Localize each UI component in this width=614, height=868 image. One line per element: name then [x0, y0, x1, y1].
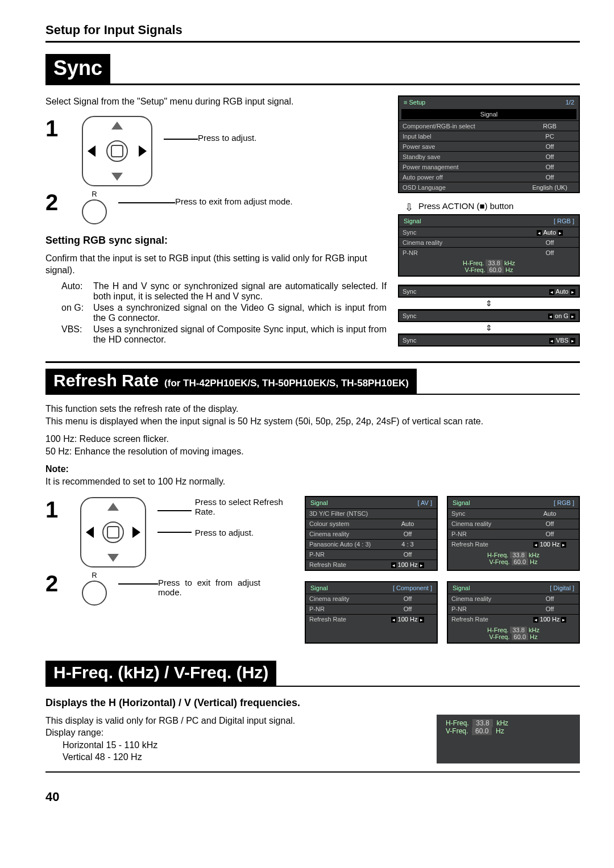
osd-row: Cinema realityOff: [306, 529, 437, 539]
def-val: Uses a synchronized signal on the Video …: [93, 303, 387, 323]
sync-state-row: Sync◂ VBS ▸: [398, 333, 580, 347]
osd-row: Refresh Rate◂ 100 Hz ▸: [448, 539, 579, 549]
osd-row: Refresh Rate◂ 100 Hz ▸: [306, 614, 437, 624]
sync-title: Sync: [45, 54, 110, 85]
osd-component: Signal[ Component ] Cinema realityOff P-…: [305, 581, 438, 644]
hfreq-title: H-Freq. (kHz) / V-Freq. (Hz): [45, 661, 276, 687]
osd-row: Power managementOff: [399, 162, 579, 172]
osd-row: Standby saveOff: [399, 152, 579, 162]
page-number: 40: [45, 790, 580, 804]
osd-row: Cinema realityOff: [399, 237, 579, 248]
setup-osd-panel: ≡ Setup1/2 Signal Component/RGB-in selec…: [398, 95, 580, 193]
hfreq-sub: Displays the H (Horizontal) / V (Vertica…: [45, 697, 580, 709]
def-val: The H and V sync or synchronized signal …: [93, 281, 387, 302]
signal-osd-panel: Signal[ RGB ] Sync◂ Auto ▸ Cinema realit…: [398, 214, 580, 277]
refresh-step2-caption: Press to exit from adjust mode.: [158, 571, 260, 597]
refresh-title-small: (for TH-42PH10EK/S, TH-50PH10EK/S, TH-58…: [164, 378, 409, 389]
sync-definitions: Auto:The H and V sync or synchronized si…: [61, 281, 387, 345]
osd-row: OSD LanguageEnglish (UK): [399, 182, 579, 193]
def-key: VBS:: [61, 324, 93, 345]
sync-intro: Select Signal from the "Setup" menu duri…: [45, 95, 387, 108]
step-number-2: 2: [45, 571, 70, 596]
def-key: on G:: [61, 303, 93, 323]
osd-row: Auto power offOff: [399, 172, 579, 182]
osd-row: P-NROff: [306, 604, 437, 614]
osd-row: 3D Y/C Filter (NTSC): [306, 508, 437, 519]
hfreq-p2: Display range:: [45, 727, 425, 739]
section-header: Setup for Input Signals: [45, 23, 580, 43]
step2-caption: Press to exit from adjust mode.: [175, 190, 293, 206]
def-val: Uses a synchronized signal of Composite …: [93, 324, 387, 345]
refresh-p1: This function sets the refresh rate of t…: [45, 403, 580, 415]
osd-row: P-NROff: [399, 248, 579, 258]
step-number-1: 1: [45, 497, 69, 523]
refresh-note-label: Note:: [45, 463, 580, 475]
hfreq-p3: Horizontal 15 - 110 kHz: [63, 739, 425, 752]
r-button-label: R: [92, 571, 97, 579]
sync-state-row: Sync◂ Auto ▸: [398, 285, 580, 298]
osd-row: SyncAuto: [448, 508, 579, 519]
press-action-label: Press ACTION (■) button: [418, 201, 580, 211]
updown-icon: ⇕: [398, 323, 580, 332]
refresh-p4: 50 Hz: Enhance the resolution of moving …: [45, 445, 580, 458]
refresh-title-big: Refresh Rate: [53, 371, 159, 390]
r-button-icon: [82, 199, 107, 224]
osd-av: Signal[ AV ] 3D Y/C Filter (NTSC) Colour…: [305, 496, 438, 571]
osd-row: Cinema realityOff: [448, 519, 579, 529]
refresh-p3: 100 Hz: Reduce screen flicker.: [45, 433, 580, 445]
osd-page: 1/2: [566, 99, 574, 106]
step-number-2: 2: [45, 190, 70, 215]
osd-row: P-NROff: [306, 549, 437, 560]
r-button-icon: [82, 581, 107, 606]
osd-row: Cinema realityOff: [306, 594, 437, 604]
step1-caption: Press to adjust.: [198, 116, 256, 143]
osd-row: Input labelPC: [399, 131, 579, 141]
sync-subheading: Setting RGB sync signal:: [45, 235, 387, 247]
osd-title: Setup: [409, 99, 425, 106]
osd-row: Power saveOff: [399, 141, 579, 152]
osd-row: P-NROff: [448, 529, 579, 539]
osd-tag: [ RGB ]: [554, 218, 574, 224]
hfreq-display-box: H-Freq. 33.8 kHz V-Freq. 60.0 Hz: [437, 715, 580, 763]
hfreq-p1: This display is valid only for RGB / PC …: [45, 715, 425, 727]
osd-freq: H-Freq. 33.8 kHz V-Freq. 60.0 Hz: [399, 257, 579, 276]
refresh-p2: This menu is displayed when the input si…: [45, 415, 580, 428]
osd-row: Colour systemAuto: [306, 519, 437, 529]
def-key: Auto:: [61, 281, 93, 302]
dpad-icon: [80, 497, 146, 567]
sync-state-row: Sync◂ on G ▸: [398, 309, 580, 322]
osd-row: Refresh Rate◂ 100 Hz ▸: [448, 614, 579, 624]
osd-signal-strip: Signal: [401, 109, 576, 119]
osd-row: Sync◂ Auto ▸: [399, 227, 579, 237]
osd-row: P-NROff: [448, 604, 579, 614]
updown-icon: ⇕: [398, 299, 580, 308]
step-number-1: 1: [45, 116, 70, 141]
osd-row: Panasonic Auto (4 : 3)4 : 3: [306, 539, 437, 549]
osd-row: Cinema realityOff: [448, 594, 579, 604]
osd-digital: Signal[ Digital ] Cinema realityOff P-NR…: [447, 581, 580, 644]
hfreq-p4: Vertical 48 - 120 Hz: [63, 751, 425, 763]
refresh-step1-cap1: Press to select Refresh Rate.: [192, 497, 296, 516]
sync-confirm-text: Confirm that the input is set to RGB inp…: [45, 252, 387, 277]
osd-row: Component/RGB-in selectRGB: [399, 121, 579, 131]
refresh-note-text: It is recommended to set to 100 Hz norma…: [45, 475, 580, 488]
r-button-label: R: [92, 190, 97, 198]
osd-rgb: Signal[ RGB ] SyncAuto Cinema realityOff…: [447, 496, 580, 571]
refresh-step1-cap2: Press to adjust.: [192, 528, 254, 537]
osd-title: Signal: [404, 218, 421, 224]
osd-row: Refresh Rate◂ 100 Hz ▸: [306, 560, 437, 570]
dpad-icon: [82, 116, 152, 186]
